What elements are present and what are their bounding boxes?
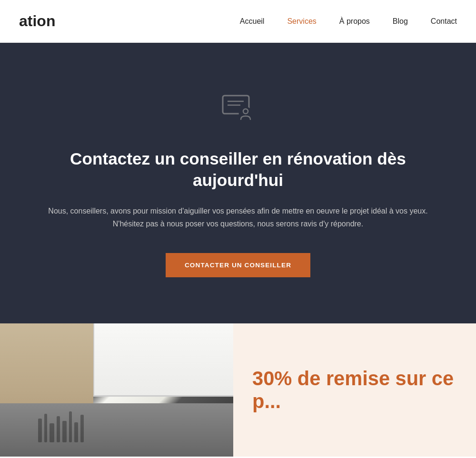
nav-item-services[interactable]: Services [287,17,316,26]
nav-item-blog[interactable]: Blog [393,17,408,26]
kitchen-item [80,415,84,442]
nav-link-apropos[interactable]: À propos [339,17,370,25]
kitchen-item [57,416,60,442]
cta-button[interactable]: CONTACTER UN CONSEILLER [166,253,310,277]
dark-section-body: Nous, conseillers, avons pour mission d'… [33,205,443,230]
promo-heading: 30% de remise sur ce p... [252,367,457,413]
kitchen-item [69,411,72,442]
dark-section-heading: Contactez un conseiller en rénovation dè… [52,148,424,192]
kitchen-item [50,423,54,442]
kitchen-cabinet-top-white [93,323,233,397]
kitchen-item [62,421,67,442]
nav-item-apropos[interactable]: À propos [339,17,370,26]
nav-link-accueil[interactable]: Accueil [240,17,265,25]
nav-item-accueil[interactable]: Accueil [240,17,265,26]
navbar: ation Accueil Services À propos Blog Con… [0,0,476,43]
kitchen-image-container [0,323,233,457]
promo-percent: 30% de remise sur ce p... [252,367,454,412]
nav-links: Accueil Services À propos Blog Contact [240,17,457,26]
kitchen-item [38,419,42,442]
nav-link-contact[interactable]: Contact [431,17,457,25]
promo-section: 30% de remise sur ce p... [233,323,476,457]
nav-link-blog[interactable]: Blog [393,17,408,25]
dark-section: Contactez un conseiller en rénovation dè… [0,43,476,323]
bottom-section: 30% de remise sur ce p... [0,323,476,457]
nav-item-contact[interactable]: Contact [431,17,457,26]
kitchen-items [38,404,224,442]
kitchen-image [0,323,233,457]
logo: ation [19,12,55,30]
kitchen-item [44,414,47,442]
kitchen-item [74,422,78,442]
kitchen-counter [0,403,233,457]
counselor-icon [219,89,257,129]
nav-link-services[interactable]: Services [287,17,316,25]
